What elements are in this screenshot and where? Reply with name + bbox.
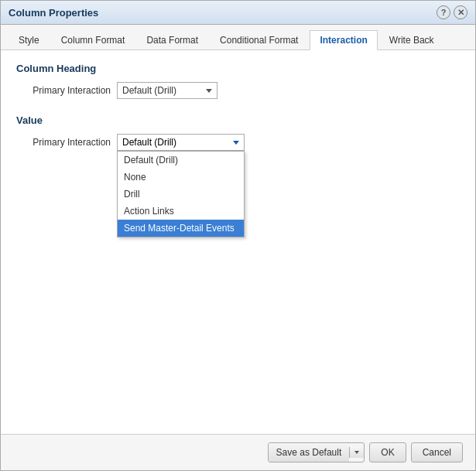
title-icons: ? ✕ [437,5,467,19]
save-default-wrapper: Save as Default [268,442,365,462]
column-heading-dropdown[interactable]: Default (Drill) [117,82,217,99]
column-heading-section: Column Heading Primary Interaction Defau… [16,63,460,99]
value-dropdown-list: Default (Drill) None Drill Action Links … [117,151,245,237]
save-default-arrow-icon [354,451,359,454]
value-dropdown[interactable]: Default (Drill) [117,134,245,151]
column-heading-dropdown-arrow [206,89,212,93]
value-field-row: Primary Interaction Default (Drill) Defa… [16,134,460,151]
close-button[interactable]: ✕ [454,5,467,19]
value-section-title: Value [16,114,460,126]
value-section: Value Primary Interaction Default (Drill… [16,114,460,151]
value-dropdown-container: Default (Drill) Default (Drill) None Dri… [117,134,245,151]
dialog-title: Column Properties [9,7,98,19]
tab-style[interactable]: Style [9,30,50,50]
tab-data-format[interactable]: Data Format [136,30,208,50]
dropdown-item-action-links[interactable]: Action Links [118,203,244,220]
tab-conditional-format[interactable]: Conditional Format [210,30,308,50]
cancel-button[interactable]: Cancel [411,442,463,462]
column-heading-primary-label: Primary Interaction [16,85,117,96]
value-primary-label: Primary Interaction [16,137,117,148]
title-bar-left: Column Properties [9,7,98,19]
tab-bar: Style Column Format Data Format Conditio… [1,25,475,50]
dropdown-item-none[interactable]: None [118,169,244,186]
dropdown-item-drill[interactable]: Drill [118,186,244,203]
column-heading-field-row: Primary Interaction Default (Drill) [16,82,460,99]
help-button[interactable]: ? [437,5,450,19]
tab-interaction[interactable]: Interaction [310,30,377,50]
title-bar: Column Properties ? ✕ [1,1,475,25]
dialog-footer: Save as Default OK Cancel [1,434,475,470]
value-dropdown-arrow [233,141,239,145]
ok-button[interactable]: OK [369,442,406,462]
tab-column-format[interactable]: Column Format [51,30,135,50]
save-as-default-label[interactable]: Save as Default [269,443,350,462]
tab-write-back[interactable]: Write Back [379,30,444,50]
save-as-default-button[interactable]: Save as Default [269,443,365,462]
dropdown-item-send-master-detail[interactable]: Send Master-Detail Events [118,220,244,237]
column-heading-title: Column Heading [16,63,460,74]
dropdown-item-default-drill[interactable]: Default (Drill) [118,152,244,169]
save-as-default-dropdown-arrow[interactable] [349,447,364,458]
dialog-content: Column Heading Primary Interaction Defau… [1,50,475,434]
column-properties-dialog: Column Properties ? ✕ Style Column Forma… [0,0,476,471]
